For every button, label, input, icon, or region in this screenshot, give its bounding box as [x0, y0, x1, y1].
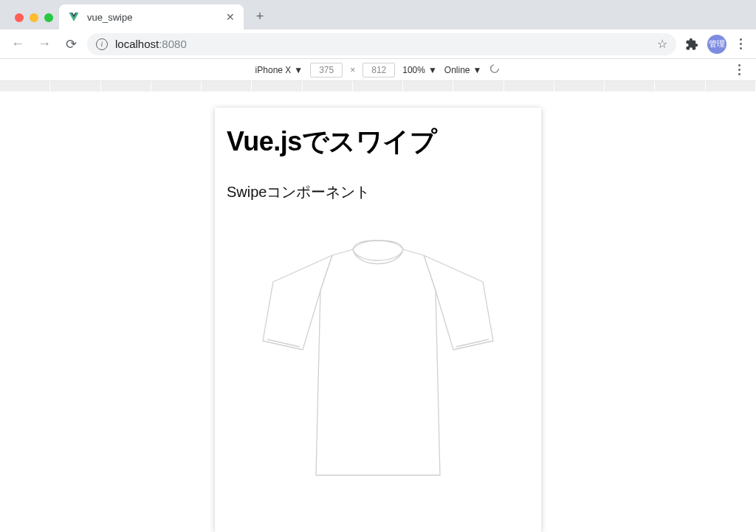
address-bar[interactable]: i localhost:8080 ☆ [87, 33, 676, 55]
extensions-icon[interactable] [682, 35, 701, 54]
profile-label: 管理 [709, 38, 725, 49]
window-controls [9, 13, 59, 30]
bookmark-star-icon[interactable]: ☆ [657, 37, 667, 51]
forward-button[interactable]: → [34, 34, 55, 55]
page-subtitle: Swipeコンポーネント [227, 182, 529, 202]
swipe-item[interactable] [227, 239, 529, 483]
tab-title: vue_swipe [87, 12, 219, 23]
rotate-button[interactable] [489, 63, 501, 77]
ruler [0, 81, 756, 94]
viewport-area: Vue.jsでスワイプ Swipeコンポーネント [0, 94, 756, 532]
back-button[interactable]: ← [7, 34, 28, 55]
chevron-down-icon: ▼ [428, 65, 437, 75]
window-close-button[interactable] [15, 13, 24, 22]
device-toolbar: iPhone X ▼ 375 × 812 100% ▼ Online ▼ [0, 59, 756, 81]
dimension-separator: × [350, 65, 355, 75]
page-title: Vue.jsでスワイプ [227, 124, 529, 160]
zoom-value: 100% [402, 65, 425, 75]
chevron-down-icon: ▼ [294, 65, 303, 75]
device-height-input[interactable]: 812 [362, 63, 395, 77]
chevron-down-icon: ▼ [473, 65, 482, 75]
svg-point-1 [491, 65, 499, 73]
new-tab-button[interactable]: + [251, 7, 269, 25]
reload-button[interactable]: ⟳ [61, 34, 81, 55]
tab-close-button[interactable]: ✕ [226, 11, 235, 23]
vue-favicon-icon [68, 11, 80, 23]
network-value: Online [444, 65, 470, 75]
device-frame: Vue.jsでスワイプ Swipeコンポーネント [215, 108, 541, 532]
tshirt-icon [245, 239, 511, 483]
site-info-icon[interactable]: i [96, 38, 108, 50]
url-host: localhost [115, 38, 159, 50]
browser-tab[interactable]: vue_swipe ✕ [59, 4, 244, 30]
window-minimize-button[interactable] [30, 13, 38, 22]
browser-chrome: vue_swipe ✕ + ← → ⟳ i localhost:8080 ☆ 管… [0, 0, 756, 59]
device-name: iPhone X [255, 65, 292, 75]
tab-strip: vue_swipe ✕ + [0, 0, 756, 30]
device-width-input[interactable]: 375 [310, 63, 343, 77]
device-toolbar-menu-button[interactable] [731, 64, 747, 75]
device-select[interactable]: iPhone X ▼ [255, 65, 303, 75]
zoom-select[interactable]: 100% ▼ [402, 65, 437, 75]
url-text: localhost:8080 [115, 38, 187, 50]
toolbar: ← → ⟳ i localhost:8080 ☆ 管理 [0, 30, 756, 59]
browser-menu-button[interactable] [732, 38, 749, 49]
url-port: :8080 [159, 38, 187, 50]
throttling-select[interactable]: Online ▼ [444, 65, 482, 75]
profile-badge[interactable]: 管理 [707, 35, 726, 54]
window-maximize-button[interactable] [44, 13, 53, 22]
